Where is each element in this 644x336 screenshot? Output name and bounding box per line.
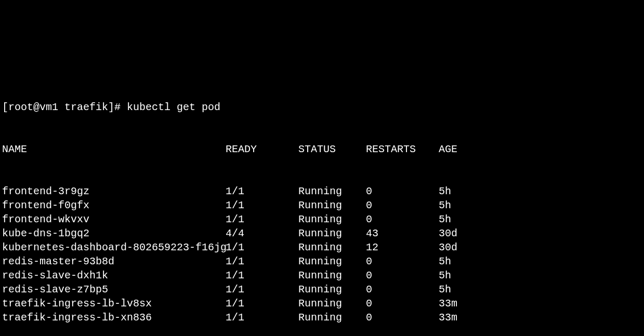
pod-restarts: 0 [366,311,439,325]
col-age: AGE [439,142,457,156]
pod-ready: 1/1 [226,283,298,297]
table-row: kubernetes-dashboard-802659223-f16jg1/1R… [2,240,642,254]
pod-restarts: 0 [366,198,439,212]
pod-age: 33m [439,311,457,325]
pod-age: 5h [439,184,451,198]
pod-ready: 1/1 [226,184,298,198]
pod-name: redis-master-93b8d [2,254,226,268]
col-status: STATUS [298,142,366,156]
table-row: traefik-ingress-lb-xn8361/1Running033m [2,311,642,325]
pod-restarts: 0 [366,268,439,283]
pod-age: 5h [439,212,451,226]
pod-name: frontend-wkvxv [2,212,226,226]
pod-ready: 1/1 [226,311,298,325]
table-row: frontend-f0gfx1/1Running05h [2,198,642,212]
pod-name: redis-slave-z7bp5 [2,283,226,297]
table-row: frontend-wkvxv1/1Running05h [2,212,642,226]
pod-status: Running [298,212,366,226]
col-restarts: RESTARTS [366,142,439,156]
pod-name: traefik-ingress-lb-xn836 [2,311,226,325]
pod-name: frontend-3r9gz [2,184,226,198]
pod-status: Running [298,268,366,283]
command-text: kubectl get pod [127,101,220,113]
pod-restarts: 12 [366,240,439,254]
pod-name: kube-dns-1bgq2 [2,226,226,240]
pod-name: kubernetes-dashboard-802659223-f16jg [2,240,226,254]
pod-ready: 1/1 [226,212,298,226]
pod-age: 5h [439,283,451,297]
pod-status: Running [298,240,366,254]
shell-prompt: [root@vm1 traefik]# [2,101,127,113]
terminal-output[interactable]: [root@vm1 traefik]# kubectl get pod NAME… [0,70,644,336]
pod-name: frontend-f0gfx [2,198,226,212]
col-ready: READY [226,142,298,156]
pod-ready: 1/1 [226,297,298,311]
pod-ready: 1/1 [226,254,298,268]
pod-status: Running [298,283,366,297]
pod-status: Running [298,297,366,311]
pod-ready: 1/1 [226,198,298,212]
pod-status: Running [298,198,366,212]
pod-age: 30d [439,226,457,240]
pod-restarts: 43 [366,226,439,240]
table-row: frontend-3r9gz1/1Running05h [2,184,642,198]
pod-name: redis-slave-dxh1k [2,268,226,283]
pod-restarts: 0 [366,184,439,198]
pod-status: Running [298,311,366,325]
pod-ready: 1/1 [226,240,298,254]
pod-restarts: 0 [366,254,439,268]
pod-restarts: 0 [366,212,439,226]
pod-header-row: NAMEREADYSTATUSRESTARTSAGE [2,142,642,156]
table-row: kube-dns-1bgq24/4Running4330d [2,226,642,240]
pod-name: traefik-ingress-lb-lv8sx [2,297,226,311]
table-row: redis-slave-dxh1k1/1Running05h [2,268,642,283]
pod-ready: 1/1 [226,268,298,283]
pod-age: 5h [439,198,451,212]
table-row: redis-slave-z7bp51/1Running05h [2,283,642,297]
pod-status: Running [298,226,366,240]
prompt-line-1: [root@vm1 traefik]# kubectl get pod [2,100,642,114]
pod-age: 5h [439,254,451,268]
pod-age: 30d [439,240,457,254]
pod-ready: 4/4 [226,226,298,240]
table-row: traefik-ingress-lb-lv8sx1/1Running033m [2,297,642,311]
pod-age: 33m [439,297,457,311]
col-name: NAME [2,142,226,156]
pod-status: Running [298,184,366,198]
table-row: redis-master-93b8d1/1Running05h [2,254,642,268]
pod-restarts: 0 [366,283,439,297]
pod-restarts: 0 [366,297,439,311]
pod-status: Running [298,254,366,268]
pod-age: 5h [439,268,451,283]
